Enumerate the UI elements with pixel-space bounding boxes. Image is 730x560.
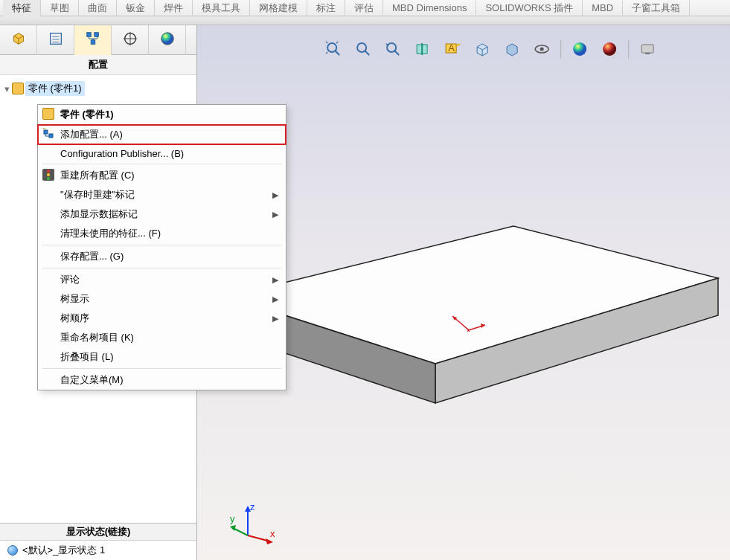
fm-tab-property[interactable]: [37, 25, 74, 55]
fm-tab-feature-tree[interactable]: [0, 25, 37, 55]
svg-marker-47: [266, 538, 273, 544]
ctx-rebuild-all[interactable]: 重建所有配置 (C): [38, 166, 286, 185]
part-icon: [42, 108, 54, 120]
tab-evaluate[interactable]: 评估: [345, 0, 383, 16]
ctx-item-label: 评论: [60, 273, 80, 286]
svg-text:A: A: [448, 42, 455, 54]
submenu-arrow-icon: ▶: [272, 314, 278, 324]
target-icon: [122, 30, 138, 49]
ctx-header: 零件 (零件1): [38, 105, 286, 125]
globe-icon: [7, 545, 18, 556]
ctx-tree-order[interactable]: 树顺序 ▶: [38, 309, 286, 328]
separator: [628, 40, 629, 58]
tree-expand-icon[interactable]: ▾: [3, 83, 10, 94]
tab-sketch[interactable]: 草图: [41, 0, 79, 16]
tab-mbd-dim[interactable]: MBD Dimensions: [383, 1, 476, 15]
hide-show-button[interactable]: [531, 39, 553, 59]
tab-annotate[interactable]: 标注: [307, 0, 345, 16]
separator: [42, 268, 281, 268]
display-state-title: 显示状态(链接): [0, 524, 196, 541]
ctx-save-config[interactable]: 保存配置... (G): [38, 247, 286, 266]
ctx-configuration-publisher[interactable]: Configuration Publisher... (B): [38, 144, 286, 162]
ribbon-subbar: [0, 16, 730, 25]
svg-point-14: [161, 33, 173, 45]
ctx-item-label: 清理未使用的特征... (F): [60, 227, 161, 240]
dynamic-annotation-button[interactable]: A: [441, 39, 464, 59]
ctx-item-label: Configuration Publisher... (B): [60, 148, 184, 159]
ctx-add-display-mark[interactable]: 添加显示数据标记 ▶: [38, 205, 286, 224]
ctx-item-label: 添加配置... (A): [60, 128, 123, 141]
prev-view-button[interactable]: [382, 39, 404, 59]
zoom-fit-button[interactable]: [322, 39, 345, 59]
svg-line-49: [233, 528, 248, 535]
svg-text:*: *: [42, 128, 46, 135]
svg-rect-34: [645, 53, 650, 54]
tab-weldments[interactable]: 焊件: [155, 0, 193, 16]
fm-tab-configuration[interactable]: [74, 25, 112, 55]
apply-scene-button[interactable]: [598, 39, 621, 59]
tab-moldtools[interactable]: 模具工具: [193, 0, 250, 16]
view-orientation-button[interactable]: [471, 39, 493, 59]
display-state-item[interactable]: <默认>_显示状态 1: [0, 541, 196, 560]
ctx-header-label: 零件 (零件1): [60, 108, 114, 121]
tab-features[interactable]: 特征: [3, 0, 41, 16]
separator: [42, 164, 281, 164]
separator: [560, 40, 561, 58]
view-settings-button[interactable]: [636, 39, 659, 59]
ctx-item-label: 保存配置... (G): [60, 250, 124, 263]
svg-marker-50: [230, 525, 236, 531]
svg-point-31: [573, 42, 586, 56]
tab-mbd[interactable]: MBD: [583, 1, 623, 15]
fm-tab-dimxpert[interactable]: [112, 25, 149, 55]
ctx-item-label: 自定义菜单(M): [60, 373, 124, 387]
ctx-customize-menu[interactable]: 自定义菜单(M): [38, 370, 286, 390]
svg-text:y: y: [230, 513, 235, 524]
panel-title: 配置: [0, 55, 196, 75]
ctx-clean-unused[interactable]: 清理未使用的特征... (F): [38, 224, 286, 243]
cube-icon: [10, 30, 27, 49]
ctx-item-label: 添加显示数据标记: [60, 207, 138, 221]
svg-point-32: [603, 42, 616, 56]
ctx-item-label: 树显示: [60, 292, 89, 306]
ctx-tree-display[interactable]: 树显示 ▶: [38, 289, 286, 309]
origin-marker: *: [446, 312, 491, 344]
tab-child-toolbox[interactable]: 子窗工具箱: [623, 0, 690, 16]
command-manager-tabs: 特征 草图 曲面 钣金 焊件 模具工具 网格建模 标注 评估 MBD Dimen…: [0, 0, 730, 16]
zoom-area-button[interactable]: [352, 39, 374, 59]
tab-sw-addin[interactable]: SOLIDWORKS 插件: [476, 0, 583, 16]
separator: [42, 245, 281, 245]
config-tree-icon: [85, 30, 101, 49]
context-menu: 零件 (零件1) * 添加配置... (A) Configuration Pub…: [37, 104, 286, 390]
ctx-collapse[interactable]: 折叠项目 (L): [38, 347, 286, 367]
svg-rect-4: [50, 33, 61, 45]
tree-root-node[interactable]: 零件 (零件1): [25, 81, 85, 96]
display-style-button[interactable]: [501, 39, 523, 59]
fm-tab-appearance[interactable]: [149, 25, 186, 55]
svg-text:x: x: [270, 528, 275, 539]
section-view-button[interactable]: [412, 39, 434, 59]
edit-appearance-button[interactable]: [569, 39, 591, 59]
ctx-item-label: 重命名树项目 (K): [60, 331, 134, 344]
ctx-rename[interactable]: 重命名树项目 (K): [38, 328, 286, 347]
svg-line-18: [365, 51, 369, 55]
svg-rect-10: [91, 40, 95, 45]
ctx-item-label: 树顺序: [60, 312, 89, 325]
submenu-arrow-icon: ▶: [272, 275, 278, 285]
ctx-add-configuration[interactable]: * 添加配置... (A): [38, 125, 286, 144]
add-config-icon: *: [42, 128, 54, 140]
part-icon: [12, 83, 24, 94]
ctx-save-rebuild-mark[interactable]: "保存时重建"标记 ▶: [38, 185, 286, 205]
orientation-triad[interactable]: z x y: [227, 498, 279, 553]
ctx-comment[interactable]: 评论 ▶: [38, 270, 286, 289]
svg-marker-28: [507, 44, 517, 56]
svg-rect-9: [94, 33, 97, 37]
tab-surfaces[interactable]: 曲面: [79, 0, 117, 16]
submenu-arrow-icon: ▶: [272, 210, 278, 219]
svg-text:z: z: [250, 501, 255, 512]
list-icon: [48, 30, 64, 49]
svg-point-30: [540, 48, 544, 51]
ctx-item-label: 折叠项目 (L): [60, 350, 114, 364]
tab-mesh[interactable]: 网格建模: [250, 0, 307, 16]
display-state-section: 显示状态(链接) <默认>_显示状态 1: [0, 523, 196, 560]
tab-sheetmetal[interactable]: 钣金: [117, 0, 155, 16]
